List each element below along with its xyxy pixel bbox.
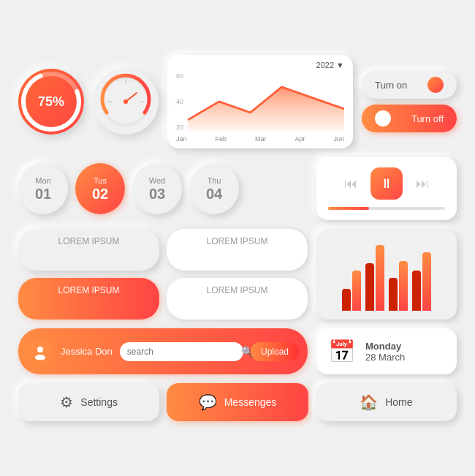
next-button[interactable]: ⏭ [416,176,429,192]
chart-y-40: 40 [176,98,183,105]
bar-seg [399,261,408,311]
gauge-percent-label: 75% [38,94,64,110]
input-lorem-2[interactable]: LOREM IPSUM [167,229,308,271]
calendar-text: Monday 28 March [365,341,405,363]
circular-gauge: 75% [18,69,84,135]
chart-svg [188,72,344,131]
settings-icon: ⚙ [60,393,73,411]
bar-seg [412,271,421,311]
bar-chart-card [316,229,457,320]
day-wed[interactable]: Wed 03 [132,163,182,214]
svg-point-10 [35,355,45,360]
bar-seg [365,263,374,311]
turn-on-button[interactable]: Turn on [362,71,457,99]
row-gauges-chart: 75% [18,55,457,148]
turn-on-label: Turn on [375,80,407,91]
toggle-buttons-col: Turn on Turn off [362,71,457,132]
home-button[interactable]: 🏠 Home [316,383,457,421]
turn-off-label: Turn off [411,113,444,124]
bar-group-1 [342,271,361,311]
svg-point-4 [123,99,128,104]
calendar-date: 28 March [365,352,405,363]
user-name-label: Jessica Don [61,346,113,357]
speedometer-gauge [93,69,159,135]
search-box[interactable]: 🔍 [120,342,243,361]
home-label: Home [385,396,412,408]
bar-group-4 [412,252,431,311]
messages-icon: 💬 [199,393,217,411]
search-input[interactable] [127,347,237,357]
day-thu[interactable]: Thu 04 [189,163,239,214]
input-lorem-1[interactable]: LOREM IPSUM [18,229,159,271]
progress-track [328,207,445,210]
bar-seg [352,271,361,311]
messages-label: Messenges [224,396,277,408]
day-mon[interactable]: Mon 01 [18,163,68,214]
day-pills-row: Mon 01 Tus 02 Wed 03 Thu 04 [18,157,308,220]
pause-button[interactable]: ⏸ [370,167,403,200]
upload-button[interactable]: Upload [251,342,299,361]
bar-seg [376,245,384,311]
user-avatar [27,339,53,365]
bar-group-2 [365,245,384,311]
calendar-icon: 📅 [328,339,355,364]
calendar-card: 📅 Monday 28 March [316,328,457,374]
svg-point-9 [37,347,43,352]
settings-label: Settings [80,396,118,408]
bar-seg [389,278,398,311]
line-chart-card: 2022 ▼ 60 40 20 [167,55,353,148]
settings-button[interactable]: ⚙ Settings [18,383,159,421]
input-lorem-4[interactable]: LOREM IPSUM [167,278,308,320]
home-icon: 🏠 [360,393,378,411]
calendar-day: Monday [365,341,405,352]
messages-button[interactable]: 💬 Messenges [167,383,308,421]
media-player-card: ⏮ ⏸ ⏭ [316,157,457,220]
toggle-on-dot [428,77,444,93]
chart-x-labels: Jan Feb Mar Apr Jun [176,135,344,143]
bar-seg [342,289,351,311]
chart-year-label: 2022 ▼ [316,61,344,69]
media-progress-bar[interactable] [328,207,445,210]
bars-container [325,238,448,311]
day-tus[interactable]: Tus 02 [75,163,125,214]
svg-marker-8 [188,87,344,131]
input-lorem-3[interactable]: LOREM IPSUM [18,278,159,320]
prev-button[interactable]: ⏮ [344,176,357,192]
nav-buttons-row: ⚙ Settings 💬 Messenges 🏠 Home [18,383,457,421]
toggle-off-dot [375,110,391,126]
progress-fill [328,207,369,210]
user-toolbar: Jessica Don 🔍 Upload [18,328,308,374]
chart-y-20: 20 [176,124,183,131]
turn-off-button[interactable]: Turn off [362,105,457,132]
media-controls: ⏮ ⏸ ⏭ [328,167,445,200]
input-fields-row: LOREM IPSUM LOREM IPSUM LOREM IPSUM LORE… [18,229,308,320]
chart-y-60: 60 [176,72,183,80]
bar-seg [422,252,431,311]
bar-group-3 [389,261,408,311]
